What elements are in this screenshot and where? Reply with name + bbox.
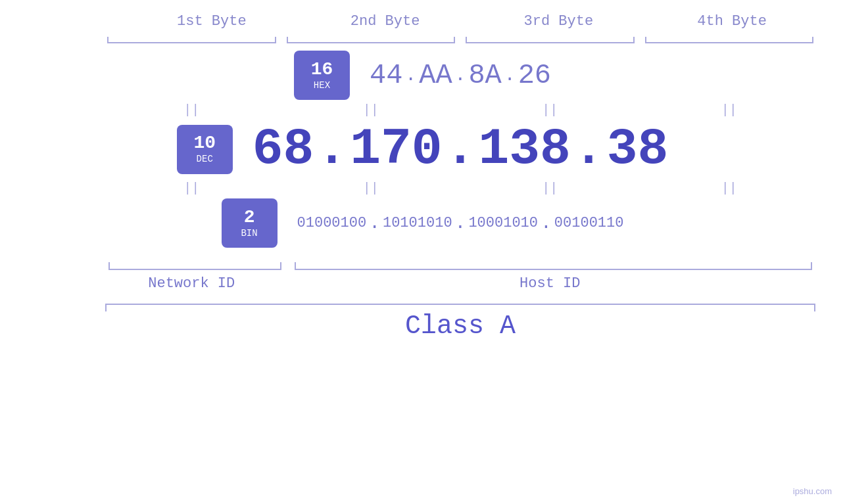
bin-val-2: 10101010	[383, 215, 452, 231]
dec-val-4: 38	[607, 120, 669, 178]
host-id-area: Host ID	[281, 275, 819, 292]
hex-row: 16 HEX 44 . AA . 8A . 26	[294, 51, 551, 100]
bin-base-text: BIN	[241, 228, 257, 239]
hex-values-area: 44 . AA . 8A . 26	[370, 60, 551, 91]
bin-brackets-row	[102, 257, 819, 270]
hex-val-2: AA	[419, 60, 452, 91]
bin-val-4: 00100110	[554, 215, 624, 231]
dec-dot-3: .	[571, 120, 607, 178]
main-container: 1st Byte 2nd Byte 3rd Byte 4th Byte 16 H…	[0, 0, 845, 504]
eq-2-1: ||	[102, 181, 281, 196]
watermark: ipshu.com	[793, 486, 832, 496]
hex-label-box: 16 HEX	[294, 51, 350, 100]
host-id-label: Host ID	[519, 275, 580, 292]
dec-val-2: 170	[350, 120, 442, 178]
bin-values-area: 01000100 . 10101010 . 10001010 . 0010011…	[297, 213, 624, 233]
bracket-3	[466, 36, 635, 48]
bin-dot-1: .	[366, 213, 383, 233]
hex-val-4: 26	[518, 60, 551, 91]
eq-2-4: ||	[640, 181, 819, 196]
network-bracket	[109, 257, 281, 270]
dec-dot-1: .	[314, 120, 350, 178]
top-bracket-row	[26, 36, 819, 48]
bracket-2	[287, 36, 456, 48]
bin-val-1: 01000100	[297, 215, 367, 231]
class-a-wrapper: Class A	[102, 304, 819, 341]
network-id-area: Network ID	[102, 275, 281, 292]
equals-row-2: || || || ||	[26, 181, 819, 196]
byte-headers-row: 1st Byte 2nd Byte 3rd Byte 4th Byte	[26, 13, 819, 30]
network-id-label: Network ID	[148, 275, 235, 292]
bin-base-number: 2	[244, 208, 255, 227]
hex-dot-3: .	[502, 65, 518, 85]
bin-dot-3: .	[538, 213, 554, 233]
bin-dot-2: .	[452, 213, 469, 233]
bin-val-3: 10001010	[468, 215, 538, 231]
eq-2-2: ||	[281, 181, 461, 196]
bottom-section: Network ID Host ID Class A	[26, 253, 819, 341]
bin-row: 2 BIN 01000100 . 10101010 . 10001010 . 0…	[222, 198, 624, 248]
dec-label-box: 10 DEC	[177, 125, 233, 174]
byte-header-1: 1st Byte	[125, 13, 299, 30]
eq-1-2: ||	[281, 103, 461, 118]
byte-header-2: 2nd Byte	[299, 13, 472, 30]
byte-header-4: 4th Byte	[645, 13, 819, 30]
class-a-bracket	[105, 304, 815, 305]
eq-1-1: ||	[102, 103, 281, 118]
hex-base-text: HEX	[314, 80, 330, 91]
equals-row-1: || || || ||	[26, 103, 819, 118]
dec-val-3: 138	[478, 120, 570, 178]
eq-2-3: ||	[460, 181, 640, 196]
bracket-1	[107, 36, 276, 48]
byte-header-3: 3rd Byte	[472, 13, 646, 30]
host-bracket	[295, 257, 813, 270]
eq-1-4: ||	[640, 103, 819, 118]
dec-base-number: 10	[193, 134, 216, 152]
class-a-label: Class A	[102, 311, 819, 341]
hex-base-number: 16	[311, 60, 333, 79]
hex-val-3: 8A	[468, 60, 501, 91]
bin-label-box: 2 BIN	[222, 198, 278, 248]
hex-dot-1: .	[402, 65, 419, 85]
dec-values-area: 68 . 170 . 138 . 38	[253, 120, 669, 178]
dec-dot-2: .	[443, 120, 479, 178]
hex-val-1: 44	[370, 60, 402, 91]
dec-val-1: 68	[253, 120, 314, 178]
dec-base-text: DEC	[197, 154, 213, 164]
bracket-4	[645, 36, 814, 48]
hex-dot-2: .	[452, 65, 469, 85]
dec-row: 10 DEC 68 . 170 . 138 . 38	[177, 120, 669, 178]
eq-1-3: ||	[460, 103, 640, 118]
id-labels-row: Network ID Host ID	[102, 275, 819, 292]
